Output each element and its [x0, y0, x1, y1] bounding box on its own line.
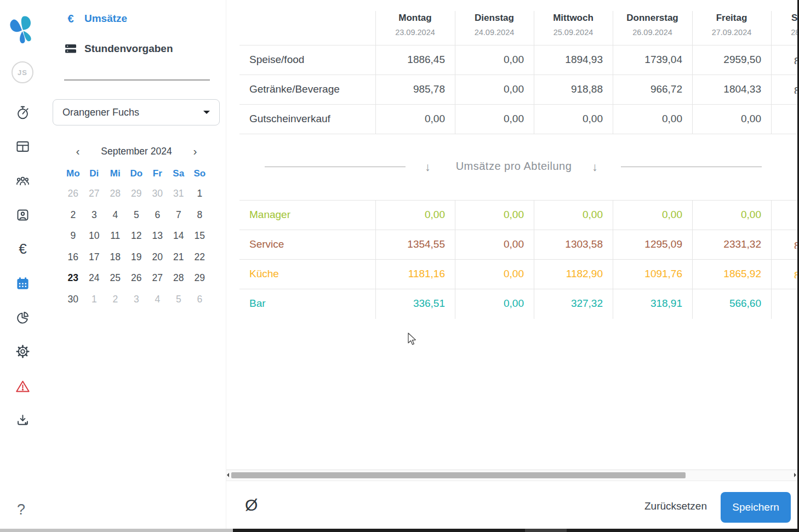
revenue-cell[interactable]: 1739,04 — [617, 54, 682, 66]
grid-line-h — [239, 200, 797, 201]
department-cell[interactable]: 1865,92 — [697, 268, 761, 280]
department-cell[interactable]: 0,00 — [380, 209, 445, 221]
column-header-day: Samstag — [771, 13, 797, 24]
grid-line-v — [692, 11, 693, 134]
grid-line-h — [239, 134, 797, 134]
department-label: Service — [249, 238, 284, 250]
grid-line-h — [239, 289, 797, 289]
grid-line-v — [613, 11, 613, 134]
column-header-date: 26.09.2024 — [613, 28, 692, 37]
bottom-scrollbar-light — [0, 529, 233, 532]
column-header-day: Dienstag — [455, 13, 534, 24]
grid-line-h — [239, 259, 797, 260]
department-cell[interactable]: 1354,55 — [380, 238, 445, 250]
row-label: Getränke/Beverage — [249, 83, 340, 95]
average-icon[interactable]: Ø — [245, 496, 258, 514]
department-cell[interactable]: 0,00 — [538, 209, 603, 221]
revenue-cell[interactable]: 0,00 — [538, 113, 603, 125]
column-header-day: Donnerstag — [613, 13, 692, 24]
scrollbar-left-arrow-icon[interactable] — [227, 473, 229, 477]
save-button-label: Speichern — [732, 501, 779, 513]
grid-line-h — [239, 230, 797, 230]
grid-line-v — [771, 11, 772, 134]
grid-line-v — [375, 11, 376, 134]
scrollbar-right-arrow-icon[interactable] — [794, 473, 796, 477]
department-cell[interactable]: 327,32 — [538, 298, 603, 310]
department-cell[interactable]: 1303,58 — [538, 238, 603, 250]
revenue-cell[interactable]: 0,00 — [459, 113, 524, 125]
department-cell[interactable]: 1295,09 — [617, 238, 682, 250]
revenue-cell[interactable]: 0,00 — [459, 83, 524, 95]
department-label: Bar — [249, 298, 266, 310]
department-label: Küche — [249, 268, 279, 280]
department-cell[interactable]: 566,60 — [697, 298, 761, 310]
divider-line-right — [621, 167, 762, 167]
grid-line-h — [239, 75, 797, 75]
revenue-cell[interactable]: 0,00 — [617, 113, 682, 125]
department-cell[interactable]: 0,00 — [459, 268, 524, 280]
revenue-cell[interactable]: 2959,50 — [697, 54, 761, 66]
department-cell[interactable]: 2331,32 — [697, 238, 761, 250]
column-header-day: Mittwoch — [534, 13, 613, 24]
department-cell[interactable]: 1091,76 — [617, 268, 682, 280]
revenue-tables: Montag23.09.2024Dienstag24.09.2024Mittwo… — [0, 0, 797, 532]
department-cell[interactable]: 0,00 — [459, 238, 524, 250]
reset-button[interactable]: Zurücksetzen — [614, 500, 707, 512]
bottom-scrollbar-thumb — [525, 529, 567, 532]
department-cell[interactable]: 318,91 — [617, 298, 682, 310]
revenue-cell[interactable]: 918,88 — [538, 83, 603, 95]
department-cell[interactable]: 0,00 — [617, 209, 682, 221]
column-header-date: 27.09.2024 — [692, 28, 771, 37]
mouse-cursor — [406, 333, 417, 349]
department-cell[interactable]: 0,00 — [459, 209, 524, 221]
department-cell[interactable]: 336,51 — [380, 298, 445, 310]
bottom-scrollbar-dark — [233, 529, 799, 532]
arrow-down-icon: ↓ — [592, 161, 598, 174]
department-cell[interactable]: 1182,90 — [538, 268, 603, 280]
revenue-cell[interactable]: 985,78 — [380, 83, 445, 95]
scrollbar-thumb[interactable] — [231, 472, 686, 478]
save-button[interactable]: Speichern — [721, 492, 791, 523]
section-title: Umsätze pro Abteilung — [447, 160, 581, 173]
revenue-cell[interactable]: 1894,93 — [538, 54, 603, 66]
column-header-date: 25.09.2024 — [534, 28, 613, 37]
revenue-cell[interactable]: 0,00 — [697, 113, 761, 125]
department-cell[interactable]: 0,00 — [459, 298, 524, 310]
row-label: Speise/food — [249, 54, 304, 66]
footer-divider — [226, 480, 799, 481]
column-header-date: 23.09.2024 — [375, 28, 455, 37]
divider-line-left — [265, 167, 406, 167]
row-label: Gutscheinverkauf — [249, 113, 330, 125]
grid-line-v — [534, 11, 534, 134]
department-label: Manager — [249, 209, 290, 221]
column-header-day: Montag — [375, 13, 455, 24]
revenue-cell[interactable]: 0,00 — [459, 54, 524, 66]
grid-line-v — [455, 11, 455, 134]
department-cell[interactable]: 0,00 — [697, 209, 761, 221]
column-header-date: 24.09.2024 — [455, 28, 534, 37]
column-header-day: Freitag — [692, 13, 771, 24]
revenue-cell[interactable]: 1804,33 — [697, 83, 761, 95]
grid-line-h — [239, 45, 797, 45]
department-cell[interactable]: 1181,16 — [380, 268, 445, 280]
column-header-date: 28.09.2024 — [771, 28, 797, 37]
revenue-cell[interactable]: 966,72 — [617, 83, 682, 95]
revenue-cell[interactable]: 0,00 — [380, 113, 445, 125]
revenue-cell[interactable]: 1886,45 — [380, 54, 445, 66]
arrow-down-icon: ↓ — [425, 161, 431, 174]
grid-line-h — [239, 104, 797, 105]
